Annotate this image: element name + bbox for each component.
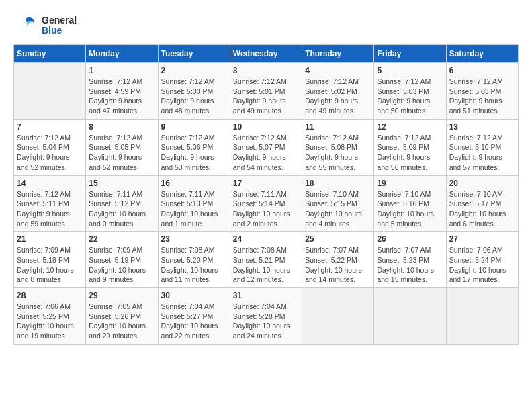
- day-info: Sunrise: 7:04 AMSunset: 5:28 PMDaylight:…: [233, 302, 299, 341]
- day-number: 23: [161, 234, 227, 244]
- day-info: Sunrise: 7:10 AMSunset: 5:17 PMDaylight:…: [449, 189, 515, 229]
- weekday-header: Monday: [86, 45, 158, 63]
- calendar-cell: 28Sunrise: 7:06 AMSunset: 5:25 PMDayligh…: [14, 288, 86, 345]
- day-number: 25: [305, 234, 371, 244]
- day-number: 18: [305, 179, 371, 188]
- day-info: Sunrise: 7:12 AMSunset: 5:11 PMDaylight:…: [17, 189, 83, 229]
- day-number: 13: [449, 122, 515, 132]
- day-info: Sunrise: 7:12 AMSunset: 5:01 PMDaylight:…: [233, 77, 299, 116]
- logo-container: General Blue: [13, 13, 77, 38]
- day-info: Sunrise: 7:11 AMSunset: 5:14 PMDaylight:…: [233, 189, 299, 229]
- logo-text-blue: Blue: [42, 26, 77, 36]
- calendar-cell: 8Sunrise: 7:12 AMSunset: 5:05 PMDaylight…: [86, 119, 158, 175]
- day-number: 11: [305, 122, 371, 132]
- calendar-cell: [302, 288, 374, 345]
- calendar-cell: 1Sunrise: 7:12 AMSunset: 4:59 PMDaylight…: [86, 63, 158, 120]
- day-info: Sunrise: 7:12 AMSunset: 5:02 PMDaylight:…: [305, 77, 371, 116]
- calendar-cell: 11Sunrise: 7:12 AMSunset: 5:08 PMDayligh…: [302, 119, 374, 175]
- day-info: Sunrise: 7:07 AMSunset: 5:22 PMDaylight:…: [305, 245, 371, 285]
- calendar-cell: 3Sunrise: 7:12 AMSunset: 5:01 PMDaylight…: [230, 63, 302, 120]
- day-info: Sunrise: 7:10 AMSunset: 5:16 PMDaylight:…: [377, 189, 443, 229]
- day-number: 15: [89, 179, 154, 188]
- day-number: 27: [449, 234, 515, 244]
- day-number: 31: [233, 291, 299, 300]
- day-info: Sunrise: 7:12 AMSunset: 5:04 PMDaylight:…: [17, 133, 83, 173]
- calendar-cell: 22Sunrise: 7:09 AMSunset: 5:19 PMDayligh…: [86, 232, 158, 288]
- day-info: Sunrise: 7:12 AMSunset: 4:59 PMDaylight:…: [89, 77, 154, 116]
- logo-bird-icon: [13, 13, 38, 38]
- day-info: Sunrise: 7:10 AMSunset: 5:15 PMDaylight:…: [305, 189, 371, 229]
- day-number: 21: [17, 234, 83, 244]
- day-info: Sunrise: 7:04 AMSunset: 5:27 PMDaylight:…: [161, 302, 227, 341]
- calendar-cell: 2Sunrise: 7:12 AMSunset: 5:00 PMDaylight…: [158, 63, 230, 120]
- calendar-cell: 26Sunrise: 7:07 AMSunset: 5:23 PMDayligh…: [374, 232, 446, 288]
- day-info: Sunrise: 7:08 AMSunset: 5:21 PMDaylight:…: [233, 245, 299, 285]
- calendar-cell: 24Sunrise: 7:08 AMSunset: 5:21 PMDayligh…: [230, 232, 302, 288]
- day-number: 9: [161, 122, 227, 132]
- logo-text-general: General: [42, 15, 77, 26]
- calendar-week-row: 14Sunrise: 7:12 AMSunset: 5:11 PMDayligh…: [14, 175, 519, 232]
- day-info: Sunrise: 7:06 AMSunset: 5:25 PMDaylight:…: [17, 302, 83, 341]
- day-number: 28: [17, 291, 83, 300]
- calendar-cell: 16Sunrise: 7:11 AMSunset: 5:13 PMDayligh…: [158, 175, 230, 232]
- weekday-header-row: SundayMondayTuesdayWednesdayThursdayFrid…: [14, 45, 519, 63]
- day-number: 8: [89, 122, 154, 132]
- calendar-cell: 4Sunrise: 7:12 AMSunset: 5:02 PMDaylight…: [302, 63, 374, 120]
- day-info: Sunrise: 7:07 AMSunset: 5:23 PMDaylight:…: [377, 245, 443, 285]
- day-info: Sunrise: 7:12 AMSunset: 5:00 PMDaylight:…: [161, 77, 227, 116]
- day-info: Sunrise: 7:12 AMSunset: 5:03 PMDaylight:…: [449, 77, 515, 116]
- calendar-week-row: 28Sunrise: 7:06 AMSunset: 5:25 PMDayligh…: [14, 288, 519, 345]
- calendar-cell: 6Sunrise: 7:12 AMSunset: 5:03 PMDaylight…: [446, 63, 518, 120]
- weekday-header: Sunday: [14, 45, 86, 63]
- day-number: 3: [233, 66, 299, 75]
- day-number: 2: [161, 66, 227, 75]
- day-info: Sunrise: 7:11 AMSunset: 5:12 PMDaylight:…: [89, 189, 154, 229]
- day-number: 19: [377, 179, 443, 188]
- calendar-cell: 7Sunrise: 7:12 AMSunset: 5:04 PMDaylight…: [14, 119, 86, 175]
- day-info: Sunrise: 7:05 AMSunset: 5:26 PMDaylight:…: [89, 302, 154, 341]
- calendar-cell: 20Sunrise: 7:10 AMSunset: 5:17 PMDayligh…: [446, 175, 518, 232]
- day-info: Sunrise: 7:11 AMSunset: 5:13 PMDaylight:…: [161, 189, 227, 229]
- day-info: Sunrise: 7:06 AMSunset: 5:24 PMDaylight:…: [449, 245, 515, 285]
- day-number: 12: [377, 122, 443, 132]
- calendar-cell: 12Sunrise: 7:12 AMSunset: 5:09 PMDayligh…: [374, 119, 446, 175]
- calendar-cell: 18Sunrise: 7:10 AMSunset: 5:15 PMDayligh…: [302, 175, 374, 232]
- calendar-cell: 30Sunrise: 7:04 AMSunset: 5:27 PMDayligh…: [158, 288, 230, 345]
- calendar-cell: 14Sunrise: 7:12 AMSunset: 5:11 PMDayligh…: [14, 175, 86, 232]
- day-info: Sunrise: 7:12 AMSunset: 5:06 PMDaylight:…: [161, 133, 227, 173]
- day-number: 17: [233, 179, 299, 188]
- weekday-header: Saturday: [446, 45, 518, 63]
- day-info: Sunrise: 7:12 AMSunset: 5:07 PMDaylight:…: [233, 133, 299, 173]
- calendar-cell: 10Sunrise: 7:12 AMSunset: 5:07 PMDayligh…: [230, 119, 302, 175]
- day-number: 14: [17, 179, 83, 188]
- day-number: 16: [161, 179, 227, 188]
- weekday-header: Wednesday: [230, 45, 302, 63]
- calendar-cell: 23Sunrise: 7:08 AMSunset: 5:20 PMDayligh…: [158, 232, 230, 288]
- day-number: 26: [377, 234, 443, 244]
- calendar-cell: [446, 288, 518, 345]
- calendar-cell: [374, 288, 446, 345]
- calendar-cell: 27Sunrise: 7:06 AMSunset: 5:24 PMDayligh…: [446, 232, 518, 288]
- weekday-header: Tuesday: [158, 45, 230, 63]
- day-number: 30: [161, 291, 227, 300]
- calendar-table: SundayMondayTuesdayWednesdayThursdayFrid…: [13, 44, 519, 345]
- day-number: 24: [233, 234, 299, 244]
- day-info: Sunrise: 7:12 AMSunset: 5:10 PMDaylight:…: [449, 133, 515, 173]
- day-number: 7: [17, 122, 83, 132]
- logo: General Blue: [13, 13, 77, 38]
- calendar-cell: 21Sunrise: 7:09 AMSunset: 5:18 PMDayligh…: [14, 232, 86, 288]
- day-info: Sunrise: 7:08 AMSunset: 5:20 PMDaylight:…: [161, 245, 227, 285]
- calendar-cell: 29Sunrise: 7:05 AMSunset: 5:26 PMDayligh…: [86, 288, 158, 345]
- calendar-cell: 25Sunrise: 7:07 AMSunset: 5:22 PMDayligh…: [302, 232, 374, 288]
- day-number: 22: [89, 234, 154, 244]
- calendar-cell: 9Sunrise: 7:12 AMSunset: 5:06 PMDaylight…: [158, 119, 230, 175]
- weekday-header: Thursday: [302, 45, 374, 63]
- day-info: Sunrise: 7:12 AMSunset: 5:09 PMDaylight:…: [377, 133, 443, 173]
- calendar-cell: 31Sunrise: 7:04 AMSunset: 5:28 PMDayligh…: [230, 288, 302, 345]
- day-number: 5: [377, 66, 443, 75]
- day-number: 4: [305, 66, 371, 75]
- day-info: Sunrise: 7:12 AMSunset: 5:03 PMDaylight:…: [377, 77, 443, 116]
- calendar-cell: 13Sunrise: 7:12 AMSunset: 5:10 PMDayligh…: [446, 119, 518, 175]
- page-header: General Blue: [13, 13, 519, 38]
- calendar-week-row: 1Sunrise: 7:12 AMSunset: 4:59 PMDaylight…: [14, 63, 519, 120]
